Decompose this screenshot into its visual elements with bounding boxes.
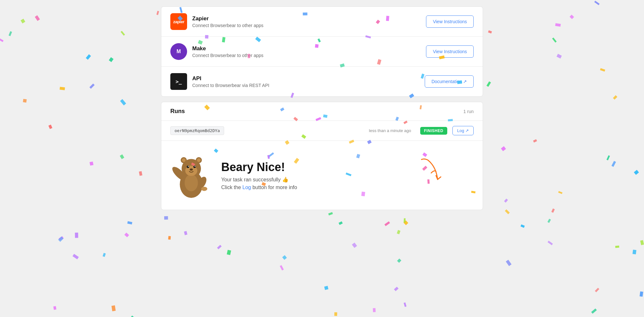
success-cta-prefix: Click the	[221, 185, 242, 190]
api-icon: >_	[170, 73, 187, 90]
api-desc: Connect to Browserbear via REST API	[192, 83, 425, 88]
zapier-view-instructions-button[interactable]: View Instructions	[426, 15, 474, 28]
svg-point-15	[190, 168, 193, 171]
make-name: Make	[192, 45, 426, 52]
run-row: oerN9pmzRqomBd2DYa less than a minute ag…	[161, 121, 483, 141]
api-info: API Connect to Browserbear via REST API	[192, 75, 425, 88]
arrow-decoration	[418, 154, 444, 186]
api-documentation-button[interactable]: Documentation ↗	[425, 75, 474, 88]
success-cta-suffix: button for more info	[251, 185, 297, 190]
integration-row-zapier: zapier Zapier Connect Browserbear to oth…	[161, 7, 483, 37]
success-cta-log-link[interactable]: Log	[242, 185, 251, 190]
integrations-card: zapier Zapier Connect Browserbear to oth…	[161, 6, 483, 97]
run-id: oerN9pmzRqomBd2DYa	[170, 126, 224, 135]
runs-card: Runs 1 run oerN9pmzRqomBd2DYa less than …	[161, 102, 483, 210]
svg-point-16	[185, 174, 198, 191]
make-view-instructions-button[interactable]: View Instructions	[426, 45, 474, 58]
runs-count: 1 run	[463, 109, 474, 114]
runs-header: Runs 1 run	[161, 102, 483, 121]
run-log-button[interactable]: Log ↗	[452, 126, 474, 135]
svg-point-13	[188, 166, 189, 167]
run-status-badge: FINISHED	[420, 127, 447, 135]
api-name: API	[192, 75, 425, 82]
svg-text:M: M	[176, 49, 181, 54]
success-section: Beary Nice! Your task ran successfully 👍…	[161, 141, 483, 210]
svg-point-9	[197, 158, 201, 162]
page-wrapper: zapier Zapier Connect Browserbear to oth…	[155, 0, 489, 223]
svg-point-17	[201, 187, 207, 191]
runs-title: Runs	[170, 108, 185, 115]
zapier-info: Zapier Connect Browserbear to other apps	[192, 15, 426, 28]
make-desc: Connect Browserbear to other apps	[192, 53, 426, 58]
integration-row-make: M Make Connect Browserbear to other apps…	[161, 37, 483, 67]
integration-row-api: >_ API Connect to Browserbear via REST A…	[161, 67, 483, 96]
svg-point-11	[187, 166, 189, 168]
zapier-action: View Instructions	[426, 15, 474, 28]
run-time: less than a minute ago	[369, 128, 411, 133]
zapier-name: Zapier	[192, 15, 426, 22]
svg-point-12	[194, 166, 196, 168]
svg-point-7	[182, 158, 185, 162]
api-action: Documentation ↗	[425, 75, 474, 88]
make-info: Make Connect Browserbear to other apps	[192, 45, 426, 58]
zapier-desc: Connect Browserbear to other apps	[192, 23, 426, 28]
bear-illustration	[170, 151, 212, 199]
zapier-icon: zapier	[170, 13, 187, 30]
svg-point-14	[194, 166, 195, 167]
make-icon: M	[170, 43, 187, 60]
make-action: View Instructions	[426, 45, 474, 58]
